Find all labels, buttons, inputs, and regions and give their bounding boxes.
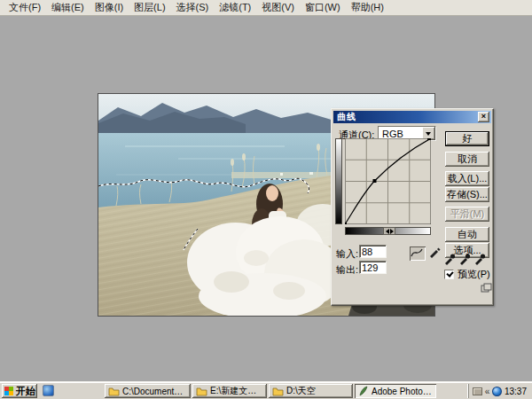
- menu-bar: 文件(F) 编辑(E) 图像(I) 图层(L) 选择(S) 滤镜(T) 视图(V…: [0, 0, 532, 16]
- curve-endpoint-high: [427, 138, 431, 140]
- start-label: 开始: [16, 385, 35, 398]
- windows-logo-icon: [4, 387, 13, 395]
- cancel-button[interactable]: 取消: [445, 152, 489, 167]
- photoshop-feather-icon: [358, 386, 369, 396]
- menu-image[interactable]: 图像(I): [90, 0, 129, 15]
- start-button[interactable]: 开始: [2, 384, 37, 398]
- input-gradient-bar: [345, 227, 431, 235]
- taskbar-item-documents[interactable]: C:\Documents and Settin...: [105, 384, 191, 398]
- pencil-icon: [427, 246, 442, 259]
- folder-icon: [272, 387, 284, 396]
- menu-select[interactable]: 选择(S): [171, 0, 215, 15]
- folder-icon: [108, 387, 120, 396]
- menu-help[interactable]: 帮助(H): [346, 0, 389, 15]
- taskbar-item-sky-folder[interactable]: D:\天空: [269, 384, 353, 398]
- menu-file[interactable]: 文件(F): [4, 0, 46, 15]
- gray-point-eyedropper-icon[interactable]: [458, 252, 472, 265]
- menu-filter[interactable]: 滤镜(T): [214, 0, 256, 15]
- curve-endpoint-low: [345, 223, 347, 224]
- curve-point-selected: [373, 179, 377, 183]
- menu-window[interactable]: 窗口(W): [300, 0, 346, 15]
- menu-layer[interactable]: 图层(L): [129, 0, 170, 15]
- pencil-tool-button[interactable]: [427, 246, 443, 261]
- dialog-titlebar[interactable]: 曲线 ×: [333, 111, 491, 123]
- save-button[interactable]: 存储(S)...: [445, 187, 489, 202]
- show-desktop-icon[interactable]: [43, 385, 54, 396]
- menu-edit[interactable]: 编辑(E): [46, 0, 90, 15]
- input-label: 输入:: [336, 247, 358, 261]
- curves-dialog: 曲线 × 通道(C): RGB 输入: 输出:: [331, 108, 494, 306]
- network-tray-icon[interactable]: [492, 387, 502, 396]
- white-point-eyedropper-icon[interactable]: [473, 252, 487, 265]
- photoshop-window: 文件(F) 编辑(E) 图像(I) 图层(L) 选择(S) 滤镜(T) 视图(V…: [0, 0, 532, 399]
- gradient-flip-toggle[interactable]: [383, 227, 395, 235]
- close-icon[interactable]: ×: [478, 112, 489, 122]
- taskbar-item-new-folder[interactable]: E:\新建文件夹: [192, 384, 267, 398]
- curve-tool-icon: [410, 246, 424, 259]
- taskbar-clock[interactable]: 13:37: [505, 387, 527, 396]
- ok-button[interactable]: 好: [445, 131, 489, 146]
- quick-launch-area: [43, 385, 54, 396]
- input-value-field[interactable]: [359, 245, 387, 258]
- resize-grip-icon[interactable]: [481, 283, 492, 293]
- auto-button[interactable]: 自动: [445, 227, 489, 242]
- preview-label: 预览(P): [458, 268, 490, 281]
- load-button[interactable]: 载入(L)...: [445, 171, 489, 186]
- black-point-eyedropper-icon[interactable]: [443, 252, 457, 265]
- preview-checkbox[interactable]: [444, 270, 454, 279]
- preview-checkbox-row[interactable]: 预览(P): [444, 268, 490, 281]
- hardware-tray-icon[interactable]: [473, 387, 482, 395]
- tray-expand-chevron-icon[interactable]: «: [485, 387, 490, 396]
- folder-icon: [196, 387, 207, 396]
- dialog-title: 曲线: [333, 111, 356, 123]
- output-label: 输出:: [336, 263, 358, 277]
- smooth-button: 平滑(M): [445, 207, 489, 222]
- taskbar-item-photoshop[interactable]: Adobe Photoshop: [355, 384, 436, 398]
- output-gradient-bar: [335, 138, 342, 224]
- output-value-field[interactable]: [359, 261, 387, 274]
- curve-grid[interactable]: [345, 138, 431, 224]
- taskbar: 开始 C:\Documents and Settin... E:\新建文件夹 D…: [0, 381, 532, 399]
- menu-view[interactable]: 视图(V): [256, 0, 300, 15]
- system-tray: « 13:37: [468, 384, 530, 398]
- curve-tool-button[interactable]: [410, 246, 426, 261]
